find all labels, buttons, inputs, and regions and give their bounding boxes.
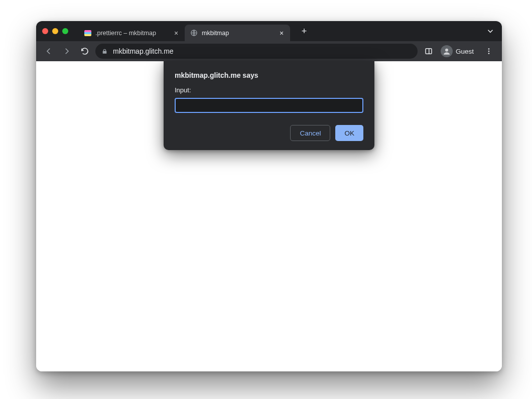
globe-favicon-icon bbox=[190, 29, 198, 37]
ok-button[interactable]: OK bbox=[335, 125, 363, 141]
url-text: mkbitmap.glitch.me bbox=[113, 47, 412, 55]
cancel-button[interactable]: Cancel bbox=[290, 125, 330, 141]
toolbar: mkbitmap.glitch.me Guest bbox=[36, 41, 502, 61]
reload-button[interactable] bbox=[77, 44, 92, 59]
avatar-icon bbox=[441, 45, 453, 57]
tab-active[interactable]: mkbitmap × bbox=[185, 25, 290, 41]
browser-window: .prettierrc – mkbitmap × mkbitmap × + bbox=[36, 21, 502, 371]
profile-label: Guest bbox=[456, 48, 474, 55]
svg-point-4 bbox=[488, 48, 490, 50]
close-window-button[interactable] bbox=[42, 28, 48, 34]
tab-title: .prettierrc – mkbitmap bbox=[95, 30, 169, 37]
tabs-container: .prettierrc – mkbitmap × mkbitmap × bbox=[79, 21, 290, 41]
address-bar[interactable]: mkbitmap.glitch.me bbox=[95, 44, 418, 59]
tab-inactive[interactable]: .prettierrc – mkbitmap × bbox=[79, 25, 185, 41]
javascript-prompt-dialog: mkbitmap.glitch.me says Input: Cancel OK bbox=[164, 61, 374, 150]
minimize-window-button[interactable] bbox=[52, 28, 58, 34]
back-button[interactable] bbox=[41, 44, 56, 59]
svg-point-3 bbox=[445, 49, 448, 52]
page-content: mkbitmap.glitch.me says Input: Cancel OK bbox=[36, 61, 502, 371]
profile-button[interactable]: Guest bbox=[439, 44, 479, 59]
svg-point-5 bbox=[488, 51, 490, 52]
fullscreen-window-button[interactable] bbox=[62, 28, 68, 34]
tab-title: mkbitmap bbox=[202, 30, 274, 37]
window-controls bbox=[42, 28, 68, 34]
new-tab-button[interactable]: + bbox=[297, 24, 311, 38]
glitch-favicon-icon bbox=[84, 30, 91, 36]
kebab-menu-button[interactable] bbox=[481, 43, 497, 59]
forward-button[interactable] bbox=[59, 44, 74, 59]
prompt-label: Input: bbox=[175, 86, 363, 94]
tab-overflow-button[interactable] bbox=[486, 27, 495, 36]
prompt-input[interactable] bbox=[175, 98, 363, 113]
svg-point-6 bbox=[488, 53, 490, 54]
tab-strip: .prettierrc – mkbitmap × mkbitmap × + bbox=[36, 21, 502, 41]
toolbar-right: Guest bbox=[421, 43, 497, 59]
close-tab-icon[interactable]: × bbox=[278, 30, 285, 37]
close-tab-icon[interactable]: × bbox=[173, 30, 180, 37]
lock-icon bbox=[101, 48, 108, 55]
prompt-actions: Cancel OK bbox=[175, 125, 363, 141]
side-panel-button[interactable] bbox=[421, 43, 437, 59]
prompt-origin: mkbitmap.glitch.me says bbox=[175, 71, 363, 79]
